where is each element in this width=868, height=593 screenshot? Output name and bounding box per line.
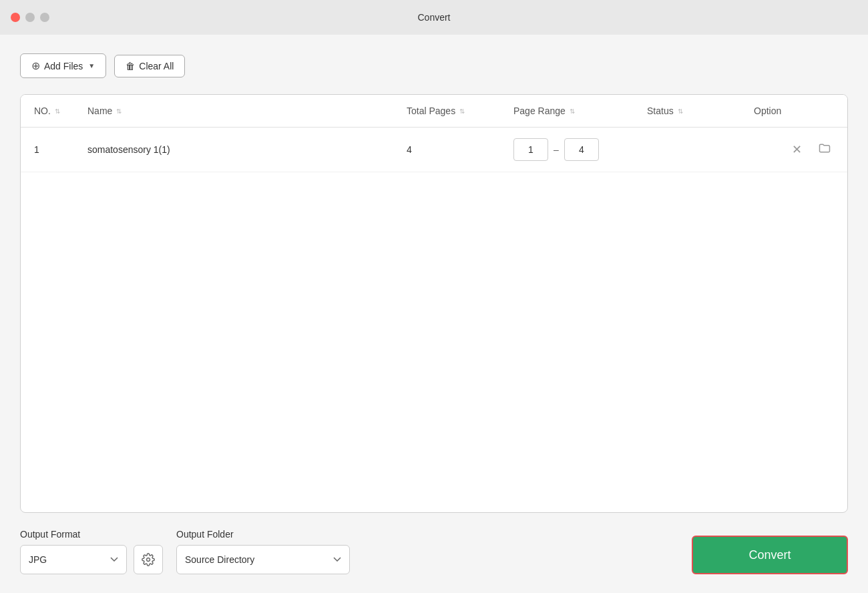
sort-icon-name: ⇅ [116,108,122,115]
open-folder-button[interactable] [815,139,834,161]
toolbar: ⊕ Add Files ▼ 🗑 Clear All [20,53,848,78]
sort-icon-page-range: ⇅ [570,108,575,115]
svg-point-0 [147,558,150,562]
file-table: NO. ⇅ Name ⇅ Total Pages ⇅ Page Range ⇅ … [20,94,848,513]
table-row: 1 somatosensory 1(1) 4 – ✕ [21,128,847,172]
bottom-bar: Output Format JPG PNG PDF TIFF Output Fo… [20,529,848,574]
col-header-option: Option [754,95,834,127]
table-header: NO. ⇅ Name ⇅ Total Pages ⇅ Page Range ⇅ … [21,95,847,128]
col-header-total-pages: Total Pages ⇅ [407,95,513,127]
sort-icon-status: ⇅ [678,108,683,115]
close-button[interactable] [11,13,20,22]
sort-icon-total-pages: ⇅ [459,108,465,115]
clear-all-button[interactable]: 🗑 Clear All [114,55,185,77]
col-header-status: Status ⇅ [647,95,754,127]
format-row: JPG PNG PDF TIFF [20,545,163,574]
delete-row-button[interactable]: ✕ [789,140,805,160]
app-body: ⊕ Add Files ▼ 🗑 Clear All NO. ⇅ Name ⇅ T… [0,35,868,593]
col-header-name: Name ⇅ [87,95,407,127]
cell-no: 1 [34,134,87,166]
dropdown-arrow-icon: ▼ [88,62,95,69]
folder-select[interactable]: Source Directory Custom... [176,545,350,574]
col-header-no: NO. ⇅ [34,95,87,127]
page-range-end-input[interactable] [564,138,599,161]
add-files-button[interactable]: ⊕ Add Files ▼ [20,53,106,78]
traffic-lights [11,13,49,22]
cell-status [647,139,754,160]
output-format-label: Output Format [20,529,163,540]
output-format-group: Output Format JPG PNG PDF TIFF [20,529,163,574]
add-files-label: Add Files [44,61,83,71]
cell-total-pages: 4 [407,134,513,166]
window-title: Convert [417,12,450,23]
folder-icon [818,142,831,155]
clear-all-label: Clear All [139,61,174,71]
cell-option: ✕ [754,128,834,172]
settings-button[interactable] [134,545,163,574]
format-select[interactable]: JPG PNG PDF TIFF [20,545,127,574]
gear-icon [142,553,155,566]
page-range-start-input[interactable] [513,138,548,161]
title-bar: Convert [0,0,868,35]
cell-page-range: – [513,128,647,172]
sort-icon-no: ⇅ [55,108,60,115]
maximize-button[interactable] [40,13,49,22]
convert-button-label: Convert [748,548,791,562]
cell-name: somatosensory 1(1) [87,134,407,166]
trash-icon: 🗑 [126,61,135,71]
output-folder-label: Output Folder [176,529,350,540]
col-header-page-range: Page Range ⇅ [513,95,647,127]
table-body: 1 somatosensory 1(1) 4 – ✕ [21,128,847,512]
convert-button[interactable]: Convert [692,536,848,574]
output-folder-group: Output Folder Source Directory Custom... [176,529,350,574]
plus-circle-icon: ⊕ [31,59,40,72]
minimize-button[interactable] [25,13,35,22]
page-range-separator: – [554,144,559,155]
